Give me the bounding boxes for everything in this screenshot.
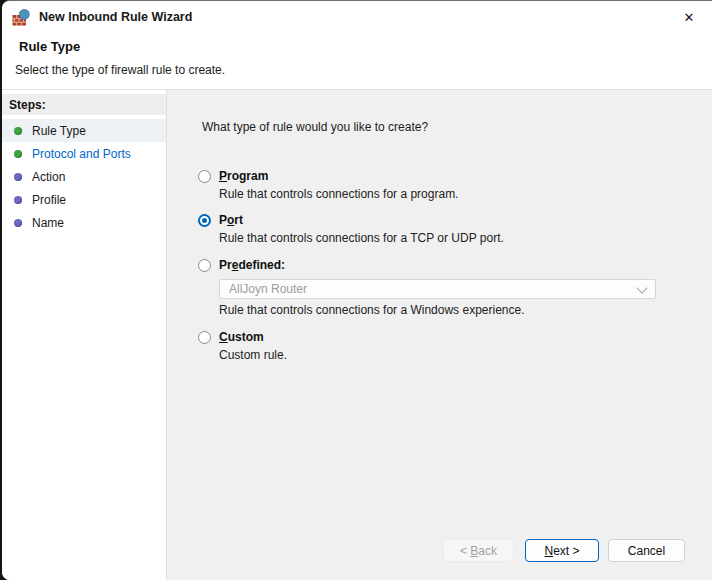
radio-custom[interactable] xyxy=(198,331,211,344)
wizard-header: Rule Type Select the type of firewall ru… xyxy=(2,33,712,90)
page-subtitle: Select the type of firewall rule to crea… xyxy=(2,54,712,77)
step-bullet-icon xyxy=(14,150,22,158)
sidebar-item-protocol-and-ports[interactable]: Protocol and Ports xyxy=(2,142,166,165)
radio-program-label[interactable]: Program xyxy=(219,169,268,183)
steps-heading: Steps: xyxy=(2,94,166,115)
close-icon: ✕ xyxy=(684,10,695,25)
step-label: Profile xyxy=(32,193,66,207)
firewall-app-icon xyxy=(12,9,30,26)
question-text: What type of rule would you like to crea… xyxy=(202,120,428,134)
radio-port[interactable] xyxy=(198,214,211,227)
page-title: Rule Type xyxy=(2,33,712,54)
radio-predefined[interactable] xyxy=(198,259,211,272)
option-program-description: Rule that controls connections for a pro… xyxy=(219,187,458,201)
chevron-down-icon xyxy=(636,282,647,293)
step-bullet-icon xyxy=(14,196,22,204)
option-port: Port Rule that controls connections for … xyxy=(198,213,504,245)
sidebar-item-profile: Profile xyxy=(2,188,166,211)
radio-custom-label[interactable]: Custom xyxy=(219,330,264,344)
sidebar-item-rule-type: Rule Type xyxy=(2,119,166,142)
option-program: Program Rule that controls connections f… xyxy=(198,169,458,201)
radio-program[interactable] xyxy=(198,170,211,183)
predefined-rule-dropdown-value: AllJoyn Router xyxy=(229,282,307,296)
option-predefined: Predefined: AllJoyn Router Rule that con… xyxy=(198,258,656,317)
sidebar-item-name: Name xyxy=(2,211,166,234)
steps-sidebar: Steps: Rule Type Protocol and Ports Acti… xyxy=(2,90,167,580)
step-bullet-icon xyxy=(14,173,22,181)
predefined-rule-dropdown: AllJoyn Router xyxy=(219,279,656,299)
step-label: Rule Type xyxy=(32,124,86,138)
wizard-content: Steps: Rule Type Protocol and Ports Acti… xyxy=(2,90,712,580)
step-label: Name xyxy=(32,216,64,230)
cancel-button[interactable]: Cancel xyxy=(608,539,685,562)
option-port-description: Rule that controls connections for a TCP… xyxy=(219,231,504,245)
option-custom-description: Custom rule. xyxy=(219,348,287,362)
titlebar: New Inbound Rule Wizard ✕ xyxy=(2,1,712,33)
step-bullet-icon xyxy=(14,219,22,227)
option-predefined-description: Rule that controls connections for a Win… xyxy=(219,303,656,317)
radio-predefined-label[interactable]: Predefined: xyxy=(219,258,285,272)
step-label: Action xyxy=(32,170,65,184)
next-button[interactable]: Next > xyxy=(525,539,599,562)
window-title: New Inbound Rule Wizard xyxy=(39,10,192,24)
sidebar-item-action: Action xyxy=(2,165,166,188)
radio-port-label[interactable]: Port xyxy=(219,213,243,227)
option-custom: Custom Custom rule. xyxy=(198,330,287,362)
wizard-main: What type of rule would you like to crea… xyxy=(167,90,712,580)
steps-list: Rule Type Protocol and Ports Action Prof… xyxy=(2,119,166,234)
step-label: Protocol and Ports xyxy=(32,147,131,161)
step-bullet-icon xyxy=(14,127,22,135)
close-button[interactable]: ✕ xyxy=(666,1,712,33)
back-button: < Back xyxy=(443,539,514,562)
wizard-window: New Inbound Rule Wizard ✕ Rule Type Sele… xyxy=(2,0,712,580)
